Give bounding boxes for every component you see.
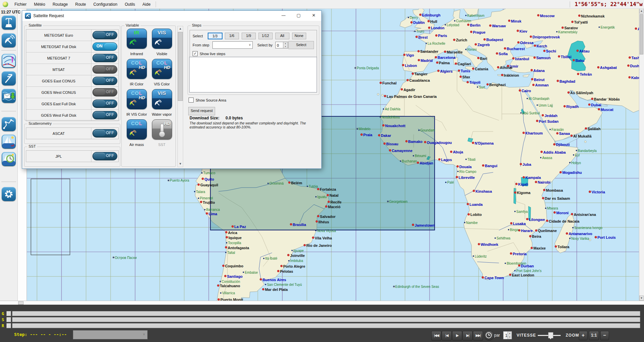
step-forward-button[interactable]: ▶| bbox=[462, 331, 473, 341]
par-up-icon[interactable]: ▲ bbox=[508, 332, 512, 335]
track-toggle-button[interactable] bbox=[6, 311, 11, 316]
from-step-combo[interactable]: ∨ bbox=[212, 41, 253, 49]
menu-outils[interactable]: Outils bbox=[121, 1, 139, 8]
par-spinner[interactable]: 1 ▲ ▼ bbox=[503, 331, 512, 339]
step-combo[interactable]: ∨ bbox=[73, 330, 148, 339]
menu-routage[interactable]: Routage bbox=[49, 1, 71, 8]
satellite-name: METEOSAT Euro bbox=[26, 30, 91, 41]
step-button-1-6[interactable]: 1/6 bbox=[225, 33, 239, 39]
toolbar-route-waypoints-icon[interactable] bbox=[2, 117, 16, 131]
satellite-row: MTSATOFF bbox=[26, 64, 118, 75]
spinner-down-icon[interactable]: ▼ bbox=[283, 45, 288, 48]
dialog-titlebar[interactable]: Sattelite Request — ▢ ✕ bbox=[22, 11, 321, 21]
svg-text:Bandar 'Abbās: Bandar 'Abbās bbox=[594, 97, 620, 101]
toolbar-settings-gear-icon[interactable] bbox=[2, 187, 16, 201]
satellite-group: Satellite METEOSAT EuroOFFMETEOSAT Full … bbox=[24, 26, 120, 120]
toolbar-wind-flag-icon[interactable] bbox=[2, 71, 16, 85]
track-toggle-button[interactable] bbox=[6, 317, 11, 322]
scroll-thumb[interactable] bbox=[640, 14, 643, 54]
track-timeline[interactable] bbox=[12, 323, 640, 328]
toggle-meteosat-full-disk[interactable]: ON bbox=[92, 42, 117, 51]
toolbar-satellite-dish-icon[interactable] bbox=[2, 33, 16, 47]
svg-text:Prague: Prague bbox=[473, 30, 485, 34]
toggle-jpl[interactable]: OFF bbox=[92, 152, 117, 160]
menu-aide[interactable]: Aide bbox=[139, 1, 154, 8]
variable-scroll-thumb[interactable] bbox=[178, 32, 183, 101]
toolbar-weather-fronts-icon[interactable] bbox=[2, 54, 16, 68]
svg-text:Bangui: Bangui bbox=[485, 164, 497, 168]
play-button[interactable]: ▶ bbox=[452, 331, 462, 341]
toggle-meteosat-euro[interactable]: OFF bbox=[92, 31, 117, 39]
variable-button-air-mass[interactable]: COL bbox=[127, 119, 147, 140]
track-timeline[interactable] bbox=[12, 317, 640, 322]
scroll-down-icon[interactable]: ▼ bbox=[639, 296, 644, 301]
variable-button-infrared[interactable]: IR bbox=[127, 29, 147, 49]
menu-configuration[interactable]: Configuration bbox=[90, 1, 121, 8]
svg-text:Mindelo: Mindelo bbox=[359, 127, 370, 131]
toolbar-grib-download-icon[interactable] bbox=[2, 89, 16, 103]
menu-route[interactable]: Route bbox=[72, 1, 90, 8]
track-toggle-button[interactable] bbox=[6, 323, 11, 328]
minimize-button[interactable]: — bbox=[276, 11, 291, 21]
toggle-meteosat-7[interactable]: OFF bbox=[92, 54, 117, 62]
svg-text:Muscat: Muscat bbox=[601, 108, 613, 112]
variable-button-vis-color[interactable]: COLHD bbox=[152, 59, 172, 79]
step-button-none[interactable]: None bbox=[292, 33, 306, 39]
track-timeline[interactable] bbox=[12, 311, 640, 316]
speed-slider-thumb[interactable] bbox=[548, 332, 553, 338]
map-corner-button[interactable] bbox=[18, 301, 24, 305]
map-vertical-scrollbar[interactable]: ▲ ▼ bbox=[639, 8, 644, 301]
variable-button-ir-vis-color[interactable]: COLHD bbox=[127, 89, 147, 109]
variable-button-visible[interactable]: VIS bbox=[152, 29, 172, 49]
svg-text:Iguatu: Iguatu bbox=[317, 195, 327, 199]
step-button-1-12[interactable]: 1/12 bbox=[258, 33, 273, 39]
zoom-out-button[interactable]: − bbox=[600, 331, 609, 340]
steps-list[interactable] bbox=[189, 57, 317, 92]
svg-text:Jeddah: Jeddah bbox=[545, 114, 558, 118]
scroll-up-icon[interactable]: ▲ bbox=[639, 8, 644, 13]
variable-scroll-down-icon[interactable]: ▼ bbox=[178, 161, 183, 167]
select-by-spinner[interactable]: 0 ▲ ▼ bbox=[275, 42, 288, 48]
svg-text:Itá Ibaté: Itá Ibaté bbox=[265, 257, 278, 260]
svg-text:Mombasa: Mombasa bbox=[546, 188, 563, 192]
satellite-request-dialog[interactable]: Sattelite Request — ▢ ✕ Satellite METEOS… bbox=[22, 10, 322, 169]
maximize-button[interactable]: ▢ bbox=[291, 11, 306, 21]
menu-meteo[interactable]: Météo bbox=[30, 1, 49, 8]
show-source-area-checkbox[interactable] bbox=[189, 98, 194, 103]
go-first-button[interactable]: |◀◀ bbox=[431, 331, 441, 341]
toggle-knob bbox=[93, 112, 106, 118]
variable-button-ir-color[interactable]: COLHD bbox=[127, 59, 147, 79]
menu-bar: FichierMétéoRoutageRouteConfigurationOut… bbox=[0, 0, 644, 9]
timer-button[interactable] bbox=[484, 331, 494, 341]
toggle-goes-east-conus[interactable]: OFF bbox=[92, 77, 117, 85]
zoom-label: ZOOM bbox=[566, 333, 579, 338]
toggle-knob bbox=[93, 77, 106, 84]
step-button-1-3[interactable]: 1/3 bbox=[208, 33, 223, 39]
step-button-1-9[interactable]: 1/9 bbox=[242, 33, 256, 39]
step-button-all[interactable]: All bbox=[275, 33, 289, 39]
toolbar-sailboat-clock-icon[interactable] bbox=[2, 152, 16, 166]
svg-text:Moroni: Moroni bbox=[556, 211, 569, 215]
toggle-goes-east-full-disk[interactable]: OFF bbox=[92, 100, 117, 108]
toggle-goes-west-full-disk[interactable]: OFF bbox=[92, 111, 117, 119]
svg-text:Béoumi: Béoumi bbox=[415, 154, 426, 158]
toolbar-sailboat-icon[interactable] bbox=[2, 135, 16, 149]
toggle-ascat[interactable]: OFF bbox=[92, 129, 117, 138]
variable-scrollbar[interactable]: ▲ ▼ bbox=[177, 26, 183, 167]
go-last-button[interactable]: ▶▶| bbox=[473, 331, 483, 341]
variable-button-water-vapor[interactable]: VIS bbox=[152, 89, 172, 109]
show-live-steps-checkbox[interactable]: ✓ bbox=[193, 51, 198, 56]
zoom-reset-button[interactable]: 1:1 bbox=[589, 331, 599, 340]
select-button[interactable]: Select bbox=[288, 41, 314, 49]
svg-text:Marseille: Marseille bbox=[447, 50, 462, 54]
zoom-in-button[interactable]: + bbox=[579, 331, 588, 340]
variable-scroll-up-icon[interactable]: ▲ bbox=[178, 26, 183, 32]
send-request-button[interactable]: Send request bbox=[188, 107, 215, 115]
par-down-icon[interactable]: ▼ bbox=[508, 335, 512, 339]
satellite-name: JPL bbox=[26, 151, 91, 162]
spinner-up-icon[interactable]: ▲ bbox=[283, 42, 288, 45]
menu-fichier[interactable]: Fichier bbox=[11, 1, 30, 8]
toolbar-weather-station-icon[interactable] bbox=[2, 15, 16, 30]
step-back-button[interactable]: |◀ bbox=[442, 331, 452, 341]
close-button[interactable]: ✕ bbox=[306, 11, 321, 21]
